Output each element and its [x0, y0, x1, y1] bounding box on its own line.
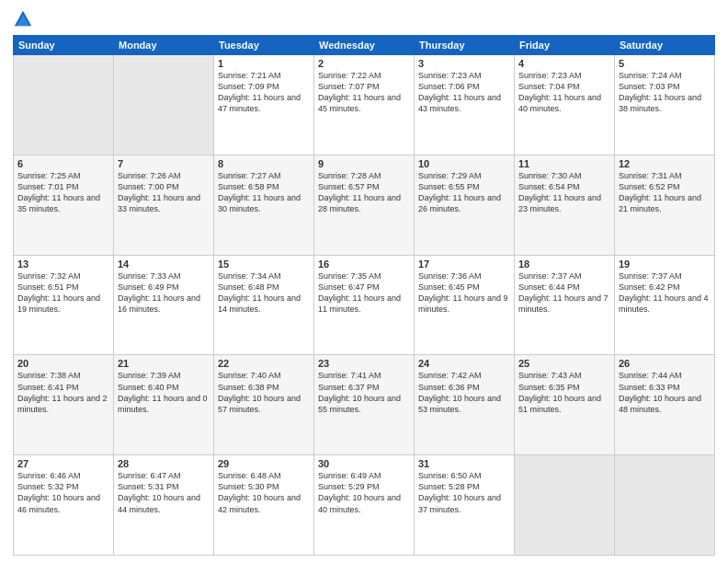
day-number: 12 — [619, 158, 711, 169]
day-info: Sunrise: 7:23 AM Sunset: 7:06 PM Dayligh… — [418, 70, 510, 115]
day-cell: 3Sunrise: 7:23 AM Sunset: 7:06 PM Daylig… — [415, 55, 515, 155]
day-cell: 21Sunrise: 7:39 AM Sunset: 6:40 PM Dayli… — [114, 355, 214, 455]
day-number: 20 — [17, 358, 109, 369]
page: SundayMondayTuesdayWednesdayThursdayFrid… — [0, 0, 728, 563]
day-number: 29 — [218, 458, 310, 469]
day-cell: 12Sunrise: 7:31 AM Sunset: 6:52 PM Dayli… — [615, 155, 715, 255]
week-row-3: 20Sunrise: 7:38 AM Sunset: 6:41 PM Dayli… — [14, 355, 715, 455]
day-cell — [14, 55, 114, 155]
day-cell: 11Sunrise: 7:30 AM Sunset: 6:54 PM Dayli… — [515, 155, 615, 255]
day-number: 31 — [418, 458, 510, 469]
day-cell: 23Sunrise: 7:41 AM Sunset: 6:37 PM Dayli… — [314, 355, 415, 455]
day-info: Sunrise: 6:48 AM Sunset: 5:30 PM Dayligh… — [218, 470, 310, 515]
weekday-header-saturday: Saturday — [615, 36, 715, 55]
day-cell: 7Sunrise: 7:26 AM Sunset: 7:00 PM Daylig… — [114, 155, 214, 255]
day-cell: 10Sunrise: 7:29 AM Sunset: 6:55 PM Dayli… — [415, 155, 515, 255]
day-info: Sunrise: 7:38 AM Sunset: 6:41 PM Dayligh… — [17, 370, 109, 415]
day-info: Sunrise: 7:21 AM Sunset: 7:09 PM Dayligh… — [218, 70, 310, 115]
day-cell: 20Sunrise: 7:38 AM Sunset: 6:41 PM Dayli… — [14, 355, 114, 455]
day-number: 5 — [619, 58, 711, 69]
day-number: 13 — [17, 259, 109, 270]
logo — [13, 9, 37, 29]
day-info: Sunrise: 7:35 AM Sunset: 6:47 PM Dayligh… — [318, 270, 410, 316]
day-number: 25 — [518, 358, 610, 369]
day-info: Sunrise: 7:30 AM Sunset: 6:54 PM Dayligh… — [518, 170, 610, 215]
day-cell: 4Sunrise: 7:23 AM Sunset: 7:04 PM Daylig… — [515, 55, 615, 155]
day-info: Sunrise: 7:37 AM Sunset: 6:42 PM Dayligh… — [619, 270, 711, 316]
weekday-header-sunday: Sunday — [14, 36, 114, 55]
weekday-header-thursday: Thursday — [415, 36, 515, 55]
day-cell: 8Sunrise: 7:27 AM Sunset: 6:58 PM Daylig… — [214, 155, 314, 255]
weekday-header-tuesday: Tuesday — [214, 36, 314, 55]
calendar-header: SundayMondayTuesdayWednesdayThursdayFrid… — [14, 36, 715, 55]
day-cell: 25Sunrise: 7:43 AM Sunset: 6:35 PM Dayli… — [515, 355, 615, 455]
day-cell: 6Sunrise: 7:25 AM Sunset: 7:01 PM Daylig… — [14, 155, 114, 255]
week-row-4: 27Sunrise: 6:46 AM Sunset: 5:32 PM Dayli… — [14, 455, 715, 556]
day-info: Sunrise: 7:26 AM Sunset: 7:00 PM Dayligh… — [118, 170, 210, 215]
weekday-header-wednesday: Wednesday — [314, 36, 415, 55]
week-row-1: 6Sunrise: 7:25 AM Sunset: 7:01 PM Daylig… — [14, 155, 715, 255]
day-cell: 17Sunrise: 7:36 AM Sunset: 6:45 PM Dayli… — [415, 255, 515, 355]
day-info: Sunrise: 7:36 AM Sunset: 6:45 PM Dayligh… — [418, 270, 510, 316]
day-number: 23 — [318, 358, 410, 369]
day-number: 24 — [418, 358, 510, 369]
day-cell: 15Sunrise: 7:34 AM Sunset: 6:48 PM Dayli… — [214, 255, 314, 355]
day-cell: 9Sunrise: 7:28 AM Sunset: 6:57 PM Daylig… — [314, 155, 415, 255]
day-number: 16 — [318, 259, 410, 270]
day-number: 6 — [17, 158, 109, 169]
day-info: Sunrise: 7:29 AM Sunset: 6:55 PM Dayligh… — [418, 170, 510, 215]
day-number: 18 — [518, 259, 610, 270]
week-row-0: 1Sunrise: 7:21 AM Sunset: 7:09 PM Daylig… — [14, 55, 715, 155]
day-info: Sunrise: 6:49 AM Sunset: 5:29 PM Dayligh… — [318, 470, 410, 515]
day-cell: 29Sunrise: 6:48 AM Sunset: 5:30 PM Dayli… — [214, 455, 314, 556]
day-number: 4 — [518, 58, 610, 69]
day-info: Sunrise: 6:47 AM Sunset: 5:31 PM Dayligh… — [118, 470, 210, 515]
day-number: 28 — [118, 458, 210, 469]
day-cell: 24Sunrise: 7:42 AM Sunset: 6:36 PM Dayli… — [415, 355, 515, 455]
day-info: Sunrise: 7:33 AM Sunset: 6:49 PM Dayligh… — [118, 270, 210, 316]
day-number: 9 — [318, 158, 410, 169]
day-number: 30 — [318, 458, 410, 469]
day-info: Sunrise: 7:41 AM Sunset: 6:37 PM Dayligh… — [318, 370, 410, 415]
day-info: Sunrise: 7:28 AM Sunset: 6:57 PM Dayligh… — [318, 170, 410, 215]
day-cell: 30Sunrise: 6:49 AM Sunset: 5:29 PM Dayli… — [314, 455, 415, 556]
day-number: 26 — [619, 358, 711, 369]
week-row-2: 13Sunrise: 7:32 AM Sunset: 6:51 PM Dayli… — [14, 255, 715, 355]
day-cell: 28Sunrise: 6:47 AM Sunset: 5:31 PM Dayli… — [114, 455, 214, 556]
day-number: 8 — [218, 158, 310, 169]
day-cell: 19Sunrise: 7:37 AM Sunset: 6:42 PM Dayli… — [615, 255, 715, 355]
day-number: 11 — [518, 158, 610, 169]
day-number: 2 — [318, 58, 410, 69]
weekday-header-row: SundayMondayTuesdayWednesdayThursdayFrid… — [14, 36, 715, 55]
day-cell: 27Sunrise: 6:46 AM Sunset: 5:32 PM Dayli… — [14, 455, 114, 556]
calendar-body: 1Sunrise: 7:21 AM Sunset: 7:09 PM Daylig… — [14, 55, 715, 556]
weekday-header-monday: Monday — [114, 36, 214, 55]
day-info: Sunrise: 7:39 AM Sunset: 6:40 PM Dayligh… — [118, 370, 210, 415]
day-info: Sunrise: 7:37 AM Sunset: 6:44 PM Dayligh… — [518, 270, 610, 316]
day-number: 15 — [218, 259, 310, 270]
day-cell — [615, 455, 715, 556]
day-cell: 14Sunrise: 7:33 AM Sunset: 6:49 PM Dayli… — [114, 255, 214, 355]
day-cell — [515, 455, 615, 556]
day-number: 10 — [418, 158, 510, 169]
day-info: Sunrise: 6:50 AM Sunset: 5:28 PM Dayligh… — [418, 470, 510, 515]
day-info: Sunrise: 7:22 AM Sunset: 7:07 PM Dayligh… — [318, 70, 410, 115]
day-number: 27 — [17, 458, 109, 469]
day-info: Sunrise: 7:34 AM Sunset: 6:48 PM Dayligh… — [218, 270, 310, 316]
calendar: SundayMondayTuesdayWednesdayThursdayFrid… — [13, 35, 715, 556]
day-info: Sunrise: 7:43 AM Sunset: 6:35 PM Dayligh… — [518, 370, 610, 415]
weekday-header-friday: Friday — [515, 36, 615, 55]
day-cell: 2Sunrise: 7:22 AM Sunset: 7:07 PM Daylig… — [314, 55, 415, 155]
day-info: Sunrise: 7:23 AM Sunset: 7:04 PM Dayligh… — [518, 70, 610, 115]
day-info: Sunrise: 7:24 AM Sunset: 7:03 PM Dayligh… — [619, 70, 711, 115]
day-cell: 16Sunrise: 7:35 AM Sunset: 6:47 PM Dayli… — [314, 255, 415, 355]
day-number: 7 — [118, 158, 210, 169]
header — [13, 9, 715, 29]
day-cell: 1Sunrise: 7:21 AM Sunset: 7:09 PM Daylig… — [214, 55, 314, 155]
day-cell: 22Sunrise: 7:40 AM Sunset: 6:38 PM Dayli… — [214, 355, 314, 455]
day-number: 1 — [218, 58, 310, 69]
day-info: Sunrise: 7:42 AM Sunset: 6:36 PM Dayligh… — [418, 370, 510, 415]
day-number: 19 — [619, 259, 711, 270]
day-number: 3 — [418, 58, 510, 69]
day-number: 14 — [118, 259, 210, 270]
